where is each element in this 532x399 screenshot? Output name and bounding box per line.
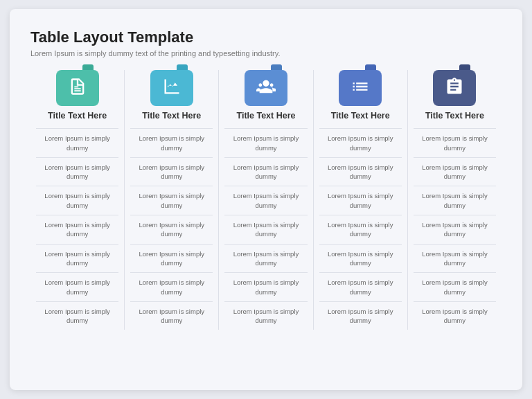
columns-container: Title Text HereLorem Ipsum is simply dum…	[30, 70, 502, 330]
table-row: Lorem Ipsum is simply dummy	[414, 301, 496, 330]
team-icon	[256, 77, 276, 99]
icon-tab-wrapper-4	[339, 70, 382, 106]
icon-box-3	[245, 70, 287, 106]
col-title-1: Title Text Here	[48, 110, 107, 121]
table-row: Lorem Ipsum is simply dummy	[319, 157, 402, 186]
table-row: Lorem Ipsum is simply dummy	[319, 215, 402, 244]
col-title-5: Title Text Here	[425, 110, 484, 121]
table-row: Lorem Ipsum is simply dummy	[319, 244, 402, 273]
table-row: Lorem Ipsum is simply dummy	[224, 186, 307, 215]
table-row: Lorem Ipsum is simply dummy	[130, 215, 213, 244]
table-row: Lorem Ipsum is simply dummy	[414, 244, 496, 273]
table-row: Lorem Ipsum is simply dummy	[130, 157, 213, 186]
table-row: Lorem Ipsum is simply dummy	[319, 186, 402, 215]
table-row: Lorem Ipsum is simply dummy	[414, 186, 496, 215]
icon-flap-4	[365, 64, 376, 70]
table-row: Lorem Ipsum is simply dummy	[130, 244, 213, 273]
slide-subtitle: Lorem Ipsum is simply dummy text of the …	[30, 49, 502, 57]
column-3: Title Text HereLorem Ipsum is simply dum…	[219, 70, 313, 330]
clipboard-icon	[445, 77, 464, 99]
document-icon	[68, 77, 87, 99]
icon-box-1	[56, 70, 99, 106]
col-title-4: Title Text Here	[331, 110, 390, 121]
table-row: Lorem Ipsum is simply dummy	[224, 244, 307, 273]
table-row: Lorem Ipsum is simply dummy	[224, 157, 307, 186]
icon-box-5	[433, 70, 476, 106]
table-row: Lorem Ipsum is simply dummy	[414, 157, 496, 186]
table-row: Lorem Ipsum is simply dummy	[319, 301, 402, 330]
icon-tab-wrapper-3	[245, 70, 287, 106]
table-row: Lorem Ipsum is simply dummy	[36, 128, 118, 157]
col-rows-2: Lorem Ipsum is simply dummyLorem Ipsum i…	[130, 128, 213, 330]
col-title-2: Title Text Here	[142, 110, 201, 121]
col-title-3: Title Text Here	[237, 110, 296, 121]
column-5: Title Text HereLorem Ipsum is simply dum…	[408, 70, 502, 330]
col-rows-3: Lorem Ipsum is simply dummyLorem Ipsum i…	[224, 128, 307, 330]
column-1: Title Text HereLorem Ipsum is simply dum…	[30, 70, 125, 330]
icon-flap-5	[459, 64, 470, 70]
table-row: Lorem Ipsum is simply dummy	[36, 301, 118, 330]
table-row: Lorem Ipsum is simply dummy	[36, 157, 118, 186]
icon-flap-2	[177, 64, 188, 70]
icon-tab-wrapper-1	[56, 70, 99, 106]
list-icon	[351, 77, 370, 99]
chart-icon	[162, 77, 181, 99]
col-rows-5: Lorem Ipsum is simply dummyLorem Ipsum i…	[414, 128, 496, 330]
col-rows-1: Lorem Ipsum is simply dummyLorem Ipsum i…	[36, 128, 118, 330]
table-row: Lorem Ipsum is simply dummy	[414, 128, 496, 157]
table-row: Lorem Ipsum is simply dummy	[319, 128, 402, 157]
table-row: Lorem Ipsum is simply dummy	[224, 215, 307, 244]
table-row: Lorem Ipsum is simply dummy	[130, 128, 213, 157]
table-row: Lorem Ipsum is simply dummy	[130, 301, 213, 330]
table-row: Lorem Ipsum is simply dummy	[224, 272, 307, 301]
icon-flap-1	[82, 64, 94, 70]
column-4: Title Text HereLorem Ipsum is simply dum…	[314, 70, 408, 330]
table-row: Lorem Ipsum is simply dummy	[319, 272, 402, 301]
slide-title: Table Layout Template	[30, 28, 502, 46]
table-row: Lorem Ipsum is simply dummy	[36, 186, 118, 215]
icon-tab-wrapper-2	[150, 70, 193, 106]
table-row: Lorem Ipsum is simply dummy	[36, 215, 118, 244]
table-row: Lorem Ipsum is simply dummy	[224, 128, 307, 157]
table-row: Lorem Ipsum is simply dummy	[414, 215, 496, 244]
col-rows-4: Lorem Ipsum is simply dummyLorem Ipsum i…	[319, 128, 402, 330]
icon-flap-3	[271, 64, 282, 70]
slide: Table Layout Template Lorem Ipsum is sim…	[10, 9, 522, 390]
column-2: Title Text HereLorem Ipsum is simply dum…	[125, 70, 219, 330]
table-row: Lorem Ipsum is simply dummy	[224, 301, 307, 330]
icon-tab-wrapper-5	[433, 70, 476, 106]
table-row: Lorem Ipsum is simply dummy	[130, 186, 213, 215]
icon-box-4	[339, 70, 382, 106]
table-row: Lorem Ipsum is simply dummy	[130, 272, 213, 301]
table-row: Lorem Ipsum is simply dummy	[36, 244, 118, 273]
table-row: Lorem Ipsum is simply dummy	[414, 272, 496, 301]
table-row: Lorem Ipsum is simply dummy	[36, 272, 118, 301]
icon-box-2	[150, 70, 193, 106]
